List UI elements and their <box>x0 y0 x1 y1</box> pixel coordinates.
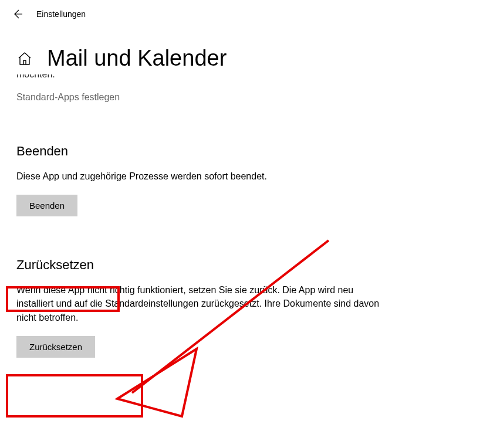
terminate-description: Diese App und zugehörige Prozesse werden… <box>16 169 392 183</box>
reset-section: Zurücksetzen Wenn diese App nicht richti… <box>16 257 464 358</box>
page-header: Mail und Kalender <box>0 28 480 77</box>
window-title: Einstellungen <box>36 9 86 19</box>
svg-rect-1 <box>7 375 142 416</box>
reset-description: Wenn diese App nicht richtig funktionier… <box>16 283 392 324</box>
titlebar: Einstellungen <box>0 0 480 28</box>
truncated-text-fragment: möchten. <box>16 74 464 79</box>
home-icon[interactable] <box>16 50 33 67</box>
terminate-button[interactable]: Beenden <box>16 195 77 216</box>
terminate-section: Beenden Diese App und zugehörige Prozess… <box>16 144 464 216</box>
default-apps-link[interactable]: Standard-Apps festlegen <box>16 92 120 103</box>
content-area: möchten. Standard-Apps festlegen Beenden… <box>0 74 480 358</box>
terminate-heading: Beenden <box>16 144 464 159</box>
back-arrow-icon[interactable] <box>11 7 25 21</box>
reset-button[interactable]: Zurücksetzen <box>16 336 95 358</box>
reset-heading: Zurücksetzen <box>16 257 464 273</box>
page-title: Mail und Kalender <box>47 46 227 71</box>
